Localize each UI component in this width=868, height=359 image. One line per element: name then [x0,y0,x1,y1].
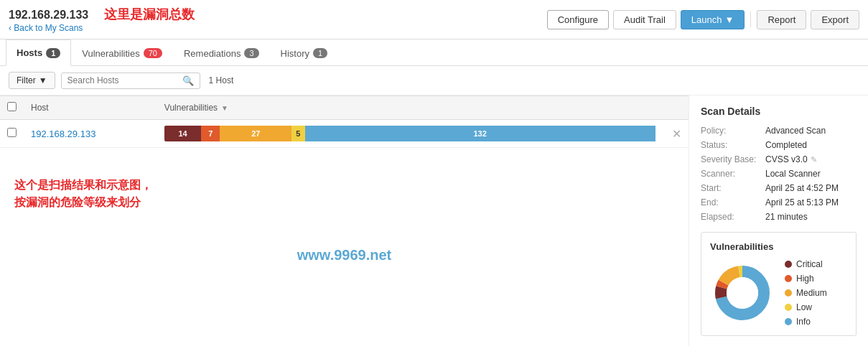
filter-bar: Filter ▼ 🔍 1 Host [0,66,868,95]
search-icon: 🔍 [182,75,194,86]
host-cell: 192.168.29.133 [24,120,157,148]
tab-hosts-label: Hosts [17,47,42,58]
search-box[interactable]: 🔍 [61,73,200,89]
vuln-bar-cell: 14 7 27 5 132 [157,120,665,148]
tab-vulnerabilities-badge: 70 [144,48,162,58]
legend-info-dot [785,318,792,325]
detail-policy: Policy: Advanced Scan [701,126,857,136]
audit-trail-button[interactable]: Audit Trail [613,10,676,29]
select-all-header [0,96,24,120]
sort-icon: ▼ [221,104,228,112]
detail-severity-base: Severity Base: CVSS v3.0 ✎ [701,154,857,164]
tabs-bar: Hosts 1 Vulnerabilities 70 Remediations … [0,39,868,66]
legend-low-dot [785,304,792,311]
tab-hosts-badge: 1 [46,48,60,58]
annotation-vuln-count: 这里是漏洞总数 [104,7,195,22]
tab-vulnerabilities[interactable]: Vulnerabilities 70 [71,40,173,66]
launch-label: Launch [691,14,722,25]
vuln-bar: 14 7 27 5 132 [164,126,658,141]
legend-medium-dot [785,289,792,297]
host-count: 1 Host [209,75,234,85]
legend-low-label: Low [796,302,812,312]
tab-remediations-label: Remediations [184,48,241,59]
legend-critical: Critical [785,259,827,269]
bar-high: 7 [201,126,220,141]
legend-info: Info [785,317,827,327]
table-area: Host Vulnerabilities ▼ [0,95,689,346]
row-close-cell[interactable]: ✕ [665,120,689,148]
legend-info-label: Info [796,317,811,327]
search-input[interactable] [67,75,182,85]
page-title: 192.168.29.133 [9,9,88,21]
legend-critical-label: Critical [796,259,823,269]
annotation-area: 这个是扫描结果和示意图，按漏洞的危险等级来划分 [0,148,689,240]
tab-hosts[interactable]: Hosts 1 [6,39,71,66]
edit-severity-icon[interactable]: ✎ [811,155,817,164]
tab-vulnerabilities-label: Vulnerabilities [82,48,139,59]
legend-medium-label: Medium [796,288,827,298]
annotation-scan-result: 这个是扫描结果和示意图，按漏洞的危险等级来划分 [14,177,674,211]
vuln-chart-box: Vulnerabilities [701,232,857,336]
detail-end: End: April 25 at 5:13 PM [701,197,857,208]
donut-chart [710,261,775,325]
detail-scanner: Scanner: Local Scanner [701,169,857,179]
row-checkbox[interactable] [7,128,17,137]
report-button[interactable]: Report [757,10,806,29]
svg-point-6 [727,277,758,309]
detail-elapsed: Elapsed: 21 minutes [701,212,857,222]
detail-start: Start: April 25 at 4:52 PM [701,183,857,193]
bar-medium: 27 [220,126,291,141]
tab-remediations[interactable]: Remediations 3 [173,40,270,66]
top-bar: 192.168.29.133 这里是漏洞总数 ‹ Back to My Scan… [0,0,868,39]
row-checkbox-cell [0,120,24,148]
bar-low: 5 [291,126,305,141]
top-bar-right: Configure Audit Trail Launch ▼ Report Ex… [547,10,859,29]
main-content: Host Vulnerabilities ▼ [0,95,868,346]
legend-medium: Medium [785,288,827,298]
tab-history-label: History [281,48,309,59]
back-to-scans-link[interactable]: ‹ Back to My Scans [9,23,195,33]
legend-high-label: High [796,274,814,284]
tab-history[interactable]: History 1 [270,40,339,66]
host-column-header: Host [24,96,157,120]
legend-critical-dot [785,261,792,268]
chart-legend: Critical High Medium Low [785,259,827,327]
chart-area: Critical High Medium Low [710,259,847,327]
row-close-icon[interactable]: ✕ [672,128,681,140]
watermark: www.9969.net [0,240,689,271]
scan-details-title: Scan Details [701,106,857,117]
action-column-header [665,96,689,120]
filter-button[interactable]: Filter ▼ [9,72,55,89]
launch-button[interactable]: Launch ▼ [681,10,745,29]
table-row: 192.168.29.133 14 7 27 5 132 ✕ [0,120,689,148]
select-all-checkbox[interactable] [7,102,17,111]
detail-status: Status: Completed [701,140,857,150]
bar-info: 132 [305,126,655,141]
divider [750,11,751,27]
host-link[interactable]: 192.168.29.133 [31,129,95,139]
vuln-chart-title: Vulnerabilities [710,241,847,252]
vulnerabilities-column-header[interactable]: Vulnerabilities ▼ [157,96,665,120]
export-button[interactable]: Export [811,10,859,29]
legend-high-dot [785,275,792,282]
scan-details-panel: Scan Details Policy: Advanced Scan Statu… [689,95,868,346]
tab-history-badge: 1 [313,48,327,58]
tab-remediations-badge: 3 [244,48,258,58]
bar-critical: 14 [164,126,202,141]
hosts-table: Host Vulnerabilities ▼ [0,95,689,148]
vuln-header-label: Vulnerabilities [164,103,218,113]
launch-chevron-icon: ▼ [725,14,734,25]
filter-label: Filter [17,75,36,85]
top-bar-left: 192.168.29.133 这里是漏洞总数 ‹ Back to My Scan… [9,6,195,33]
legend-low: Low [785,302,827,312]
legend-high: High [785,274,827,284]
configure-button[interactable]: Configure [547,10,609,29]
filter-chevron-icon: ▼ [39,75,47,85]
